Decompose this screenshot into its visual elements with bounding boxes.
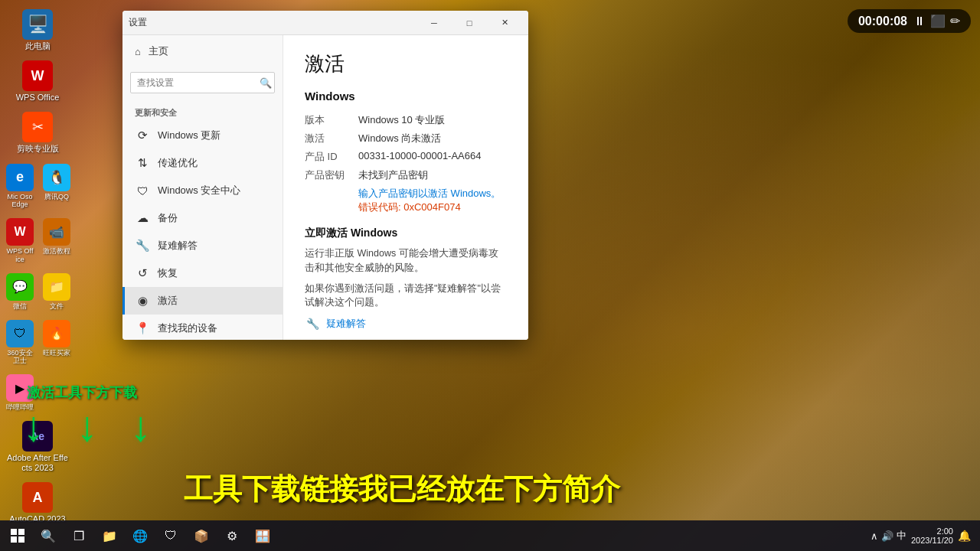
desktop: 🖥️ 此电脑 W WPS Office ✂ 剪映专业版 e Mic Oso Ed… bbox=[0, 0, 980, 551]
recording-indicator: 00:00:08 ⏸ ⬛ ✏ bbox=[848, 9, 971, 33]
sidebar-search: 🔍 bbox=[130, 72, 275, 93]
search-input[interactable] bbox=[130, 72, 275, 93]
troubleshoot-link[interactable]: 🔧 疑难解答 bbox=[305, 316, 507, 331]
desktop-icon-360[interactable]: 🛡 360安全卫士 bbox=[3, 317, 37, 369]
sidebar-item-backup[interactable]: ☁ 备份 bbox=[122, 204, 283, 232]
home-icon: ⌂ bbox=[135, 46, 141, 57]
taskbar-app-windows[interactable]: 🪟 bbox=[248, 521, 277, 550]
task-view-button[interactable]: ❐ bbox=[64, 521, 93, 550]
product-key-label: 产品密钥 bbox=[305, 168, 358, 182]
desktop-icon-computer[interactable]: 🖥️ 此电脑 bbox=[3, 6, 72, 54]
troubleshoot-icon: 🔧 bbox=[135, 239, 150, 253]
settings-window: 设置 ─ □ ✕ ⌂ 主页 🔍 更新和安全 bbox=[122, 11, 528, 340]
sidebar-label-recovery: 恢复 bbox=[158, 266, 178, 280]
sidebar-label-find-device: 查找我的设备 bbox=[158, 321, 217, 335]
desktop-icon-wps2[interactable]: W WPS Office bbox=[3, 215, 37, 267]
icon-row-wechat-folder: 💬 微信 📁 文件 bbox=[3, 270, 81, 314]
icon-row-wps-autocad: W WPS Office 📹 激活教程 bbox=[3, 215, 81, 267]
sidebar-item-delivery[interactable]: ⇅ 传递优化 bbox=[122, 149, 283, 177]
info-row-activation: 激活 Windows 尚未激活 bbox=[305, 132, 507, 145]
activation-label: 激活 bbox=[305, 132, 358, 145]
taskbar-app-edge[interactable]: 🌐 bbox=[126, 521, 155, 550]
clock-time: 2:00 bbox=[911, 527, 953, 536]
troubleshoot-link-icon: 🔧 bbox=[305, 316, 320, 331]
delivery-icon: ⇅ bbox=[135, 156, 150, 170]
desktop-icon-wechat[interactable]: 💬 微信 bbox=[3, 270, 37, 314]
svg-rect-2 bbox=[11, 536, 17, 543]
start-button[interactable] bbox=[3, 521, 32, 550]
maximize-button[interactable]: □ bbox=[452, 11, 487, 35]
taskbar-app-360[interactable]: 🛡 bbox=[156, 521, 185, 550]
notification-button[interactable]: 🔔 bbox=[958, 530, 971, 542]
svg-rect-3 bbox=[18, 536, 24, 543]
arrow-down-2: ↓ bbox=[77, 406, 115, 459]
settings-sidebar: ⌂ 主页 🔍 更新和安全 ⟳ Windows 更新 ⇅ 传递优化 bbox=[122, 35, 283, 340]
content-subtitle: Windows bbox=[305, 90, 507, 103]
sidebar-item-find-device[interactable]: 📍 查找我的设备 bbox=[122, 315, 283, 340]
window-title: 设置 bbox=[129, 16, 416, 29]
desktop-icon-jianying[interactable]: ✂ 剪映专业版 bbox=[3, 109, 72, 157]
window-titlebar: 设置 ─ □ ✕ bbox=[122, 11, 528, 35]
security-icon: 🛡 bbox=[135, 184, 150, 197]
minimize-button[interactable]: ─ bbox=[416, 11, 452, 35]
desktop-icon-tutorial[interactable]: 📹 激活教程 bbox=[40, 215, 74, 267]
desktop-icon-wangwang[interactable]: 🔥 旺旺买家 bbox=[40, 317, 74, 369]
sidebar-section: 更新和安全 ⟳ Windows 更新 ⇅ 传递优化 🛡 Windows 安全中心 bbox=[122, 98, 283, 340]
taskbar-app-folder[interactable]: 📁 bbox=[95, 521, 124, 550]
search-taskbar-button[interactable]: 🔍 bbox=[34, 521, 63, 550]
section-title: 更新和安全 bbox=[122, 104, 283, 122]
home-label: 主页 bbox=[149, 44, 168, 58]
content-title: 激活 bbox=[305, 51, 507, 77]
product-id-value: 00331-10000-00001-AA664 bbox=[358, 150, 481, 164]
arrow-down-3: ↓ bbox=[130, 406, 168, 459]
taskbar-app-box[interactable]: 📦 bbox=[187, 521, 216, 550]
info-row-product-key: 产品密钥 未找到产品密钥 bbox=[305, 168, 507, 182]
sidebar-label-troubleshoot: 疑难解答 bbox=[158, 239, 198, 253]
icon-row-360-wangwang: 🛡 360安全卫士 🔥 旺旺买家 bbox=[3, 317, 81, 369]
desktop-icon-folder[interactable]: 📁 文件 bbox=[40, 270, 74, 314]
window-controls: ─ □ ✕ bbox=[416, 11, 522, 35]
tray-chevron[interactable]: ∧ bbox=[871, 530, 878, 542]
edit-button[interactable]: ✏ bbox=[950, 14, 960, 28]
activation-desc2: 如果你遇到激活问题，请选择"疑难解答"以尝试解决这个问题。 bbox=[305, 282, 507, 311]
sidebar-label-delivery: 传递优化 bbox=[158, 156, 198, 170]
svg-rect-0 bbox=[11, 529, 17, 535]
recovery-icon: ↺ bbox=[135, 266, 150, 280]
settings-content: 激活 Windows 版本 Windows 10 专业版 激活 Windows … bbox=[283, 35, 528, 340]
activate-now-heading: 立即激活 Windows bbox=[305, 227, 507, 240]
sidebar-label-security: Windows 安全中心 bbox=[158, 184, 240, 197]
desktop-icon-qq[interactable]: 🐧 腾讯QQ bbox=[40, 161, 74, 213]
sidebar-home[interactable]: ⌂ 主页 bbox=[122, 35, 283, 67]
sidebar-item-activation[interactable]: ◉ 激活 bbox=[122, 287, 283, 315]
sidebar-item-recovery[interactable]: ↺ 恢复 bbox=[122, 259, 283, 287]
pause-button[interactable]: ⏸ bbox=[913, 15, 926, 28]
sidebar-item-windows-update[interactable]: ⟳ Windows 更新 bbox=[122, 122, 283, 149]
version-label: 版本 bbox=[305, 113, 358, 127]
sidebar-item-security[interactable]: 🛡 Windows 安全中心 bbox=[122, 177, 283, 204]
overlay-bottom-text: 工具下载链接我已经放在下方简介 bbox=[184, 470, 620, 509]
desktop-icon-wps[interactable]: W WPS Office bbox=[3, 57, 72, 106]
tray-lang[interactable]: 中 bbox=[897, 529, 906, 543]
search-button[interactable]: 🔍 bbox=[260, 77, 272, 89]
taskbar-time[interactable]: 2:00 2023/11/20 bbox=[911, 527, 953, 545]
taskbar-right: ∧ 🔊 中 2:00 2023/11/20 🔔 bbox=[871, 527, 977, 545]
arrow-down-1: ↓ bbox=[23, 406, 61, 459]
enter-key-link[interactable]: 输入产品密钥以激活 Windows。 bbox=[358, 187, 501, 199]
version-value: Windows 10 专业版 bbox=[358, 113, 445, 127]
stop-button[interactable]: ⬛ bbox=[930, 14, 946, 28]
taskbar-app-settings[interactable]: ⚙ bbox=[217, 521, 247, 550]
svg-rect-1 bbox=[18, 529, 24, 535]
close-button[interactable]: ✕ bbox=[487, 11, 522, 35]
sidebar-item-troubleshoot[interactable]: 🔧 疑难解答 bbox=[122, 232, 283, 259]
activation-desc1: 运行非正版 Windows 可能会增大遭受病毒攻击和其他安全威胁的风险。 bbox=[305, 246, 507, 276]
activation-icon: ◉ bbox=[135, 294, 150, 308]
clock-date: 2023/11/20 bbox=[911, 536, 953, 545]
sidebar-label-backup: 备份 bbox=[158, 211, 178, 225]
recording-controls: ⏸ ⬛ ✏ bbox=[913, 14, 960, 28]
overlay-arrows: ↓ ↓ ↓ bbox=[23, 406, 168, 459]
troubleshoot-link-label: 疑难解答 bbox=[326, 317, 366, 331]
taskbar-left: 🔍 ❐ 📁 🌐 🛡 📦 ⚙ 🪟 bbox=[3, 521, 277, 550]
icon-row-edge-qq: e Mic Oso Edge 🐧 腾讯QQ bbox=[3, 161, 81, 213]
tray-volume[interactable]: 🔊 bbox=[881, 530, 893, 542]
desktop-icon-edge[interactable]: e Mic Oso Edge bbox=[3, 161, 37, 213]
